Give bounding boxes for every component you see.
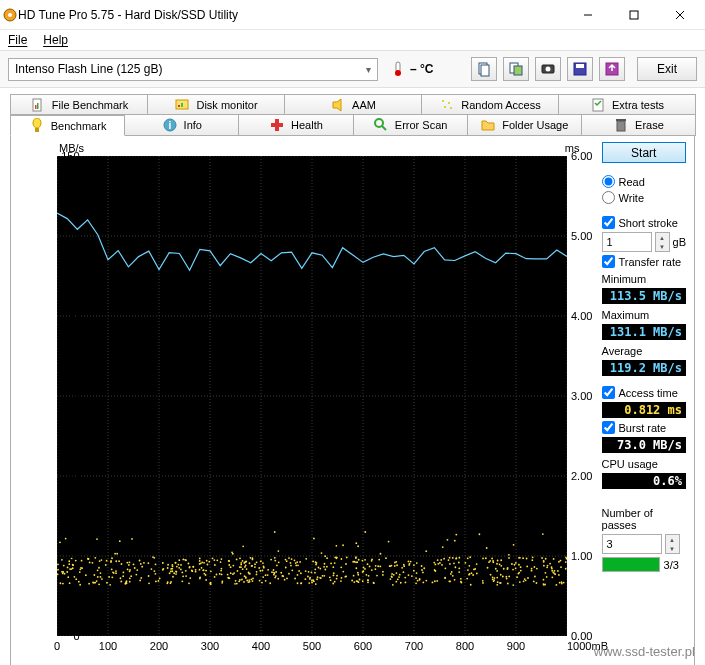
svg-point-367 <box>170 571 172 573</box>
burst-rate-check[interactable]: Burst rate <box>602 421 686 434</box>
svg-point-416 <box>284 579 286 581</box>
access-time-check[interactable]: Access time <box>602 386 686 399</box>
svg-point-459 <box>305 558 307 560</box>
exit-button[interactable]: Exit <box>637 57 697 81</box>
svg-point-495 <box>232 565 234 567</box>
svg-point-654 <box>201 561 203 563</box>
svg-point-460 <box>458 567 460 569</box>
tab-random-access[interactable]: Random Access <box>421 94 559 115</box>
short-stroke-input[interactable] <box>602 232 652 252</box>
svg-point-313 <box>534 576 536 578</box>
svg-point-600 <box>315 564 317 566</box>
svg-point-285 <box>335 545 337 547</box>
svg-point-306 <box>129 561 131 563</box>
svg-point-668 <box>185 559 187 561</box>
svg-point-103 <box>195 569 197 571</box>
write-radio[interactable]: Write <box>602 191 686 204</box>
tab-info[interactable]: iInfo <box>124 115 239 136</box>
svg-point-236 <box>408 564 410 566</box>
passes-input[interactable] <box>602 534 662 554</box>
svg-rect-33 <box>271 123 283 127</box>
svg-point-558 <box>148 575 150 577</box>
tab-erase[interactable]: Erase <box>581 115 696 136</box>
svg-point-350 <box>470 584 472 586</box>
svg-point-352 <box>508 576 510 578</box>
svg-point-251 <box>280 572 282 574</box>
passes-spinner[interactable]: ▲▼ <box>665 534 680 554</box>
read-radio[interactable]: Read <box>602 175 686 188</box>
chart-plot <box>57 156 567 636</box>
svg-point-610 <box>344 576 346 578</box>
benchmark-panel: MB/s ms 150 125 100 75 50 25 0 6.00 5.00… <box>10 136 695 665</box>
svg-point-523 <box>270 559 272 561</box>
tab-extra-tests[interactable]: Extra tests <box>558 94 696 115</box>
device-select[interactable]: Intenso Flash Line (125 gB) ▾ <box>8 58 378 81</box>
svg-point-567 <box>314 572 316 574</box>
svg-point-616 <box>244 566 246 568</box>
svg-point-59 <box>415 582 417 584</box>
svg-point-643 <box>288 557 290 559</box>
svg-rect-19 <box>37 103 39 109</box>
svg-point-489 <box>220 570 222 572</box>
svg-point-702 <box>182 575 184 577</box>
start-button[interactable]: Start <box>602 142 686 163</box>
svg-point-257 <box>323 575 325 577</box>
svg-point-99 <box>493 580 495 582</box>
svg-point-422 <box>148 582 150 584</box>
svg-point-700 <box>295 562 297 564</box>
svg-point-62 <box>425 580 427 582</box>
tab-error-scan[interactable]: Error Scan <box>353 115 468 136</box>
tab-health[interactable]: Health <box>238 115 353 136</box>
svg-point-516 <box>191 570 193 572</box>
svg-point-650 <box>203 573 205 575</box>
maximize-button[interactable] <box>611 0 657 30</box>
short-stroke-spinner[interactable]: ▲▼ <box>655 232 670 252</box>
svg-rect-21 <box>178 105 180 107</box>
save-screenshot-button[interactable] <box>535 57 561 81</box>
svg-point-353 <box>527 577 529 579</box>
short-stroke-check[interactable]: Short stroke <box>602 216 686 229</box>
save-results-button[interactable] <box>567 57 593 81</box>
svg-point-437 <box>122 572 124 574</box>
tab-folder-usage[interactable]: Folder Usage <box>467 115 582 136</box>
svg-point-454 <box>221 582 223 584</box>
minimize-button[interactable] <box>565 0 611 30</box>
svg-point-554 <box>440 559 442 561</box>
titlebar: HD Tune Pro 5.75 - Hard Disk/SSD Utility <box>0 0 705 30</box>
svg-point-599 <box>126 562 128 564</box>
svg-point-172 <box>290 565 292 567</box>
load-results-button[interactable] <box>599 57 625 81</box>
svg-point-417 <box>263 567 265 569</box>
tab-disk-monitor[interactable]: Disk monitor <box>147 94 285 115</box>
tab-file-benchmark[interactable]: File Benchmark <box>10 94 148 115</box>
svg-point-75 <box>262 576 264 578</box>
svg-point-281 <box>286 560 288 562</box>
svg-point-463 <box>410 561 412 563</box>
svg-point-131 <box>119 540 121 542</box>
svg-point-661 <box>189 567 191 569</box>
svg-point-455 <box>346 556 348 558</box>
tab-aam[interactable]: AAM <box>284 94 422 115</box>
svg-point-85 <box>286 578 288 580</box>
menu-file[interactable]: File <box>8 33 27 47</box>
svg-point-181 <box>366 574 368 576</box>
svg-point-326 <box>397 578 399 580</box>
svg-point-154 <box>460 578 462 580</box>
svg-point-89 <box>65 538 67 540</box>
tab-benchmark[interactable]: Benchmark <box>10 115 125 136</box>
copy-info-button[interactable] <box>471 57 497 81</box>
svg-point-638 <box>88 558 90 560</box>
svg-point-647 <box>334 562 336 564</box>
copy-screenshot-button[interactable] <box>503 57 529 81</box>
svg-point-239 <box>115 560 117 562</box>
svg-point-390 <box>277 550 279 552</box>
svg-point-385 <box>274 577 276 579</box>
close-button[interactable] <box>657 0 703 30</box>
svg-point-287 <box>482 580 484 582</box>
svg-point-132 <box>221 558 223 560</box>
svg-point-141 <box>136 569 138 571</box>
svg-point-513 <box>230 572 232 574</box>
transfer-rate-check[interactable]: Transfer rate <box>602 255 686 268</box>
menu-help[interactable]: Help <box>43 33 68 47</box>
svg-point-553 <box>300 582 302 584</box>
